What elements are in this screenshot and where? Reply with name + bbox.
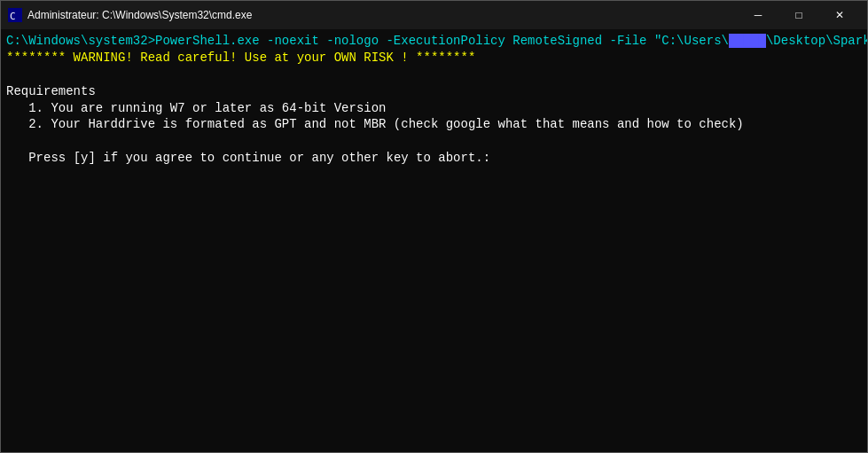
terminal-prompt-continue: Press [y] if you agree to continue or an… bbox=[6, 150, 862, 167]
window-title: Administrateur: C:\Windows\System32\cmd.… bbox=[27, 9, 738, 21]
window: C Administrateur: C:\Windows\System32\cm… bbox=[0, 0, 868, 453]
close-button[interactable]: ✕ bbox=[819, 1, 860, 29]
cmd-window: C Administrateur: C:\Windows\System32\cm… bbox=[0, 0, 868, 453]
terminal-req1: 1. You are running W7 or later as 64-bit… bbox=[6, 100, 862, 117]
minimize-button[interactable]: ─ bbox=[738, 1, 778, 29]
cmd-icon: C bbox=[8, 8, 22, 22]
w7-text: W7 bbox=[170, 101, 185, 115]
terminal-warning-line: ******** WARNING! Read careful! Use at y… bbox=[6, 50, 862, 66]
bracket-y-text: [y] bbox=[74, 151, 96, 165]
window-controls: ─ □ ✕ bbox=[738, 1, 860, 29]
terminal-req2: 2. Your Harddrive is formated as GPT and… bbox=[6, 116, 862, 133]
terminal-blank1 bbox=[6, 66, 862, 83]
username-redacted: █████ bbox=[729, 34, 766, 48]
terminal-output: C:\Windows\system32>PowerShell.exe -noex… bbox=[1, 29, 867, 452]
titlebar: C Administrateur: C:\Windows\System32\cm… bbox=[1, 1, 867, 29]
terminal-requirements-header: Requirements bbox=[6, 83, 862, 100]
terminal-prompt-line: C:\Windows\system32>PowerShell.exe -noex… bbox=[6, 33, 862, 50]
terminal-blank2 bbox=[6, 133, 862, 150]
svg-text:C: C bbox=[10, 11, 16, 22]
maximize-button[interactable]: □ bbox=[778, 1, 819, 29]
